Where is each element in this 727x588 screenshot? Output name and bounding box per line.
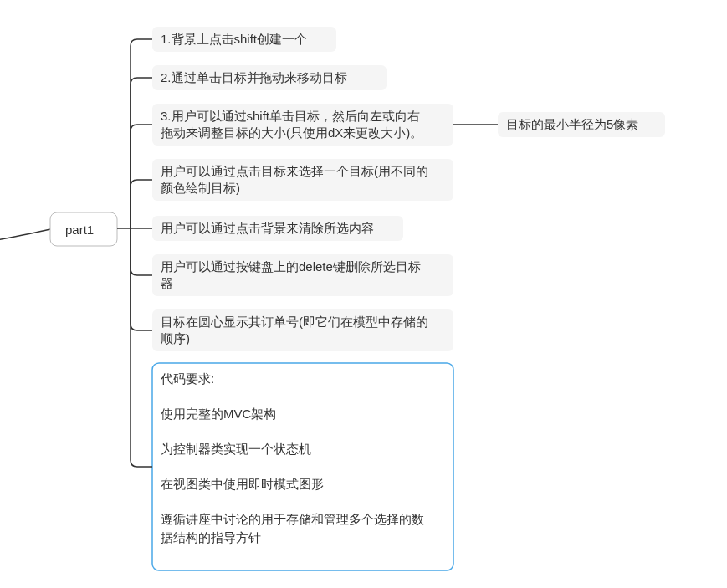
node-7[interactable]: 目标在圆心显示其订单号(即它们在模型中存储的 顺序) <box>152 309 453 351</box>
root-label: part1 <box>65 222 94 237</box>
node-8-line9: 遵循讲座中讨论的用于存储和管理多个选择的数 <box>161 512 424 526</box>
node-2[interactable]: 2.通过单击目标并拖动来移动目标 <box>152 65 387 90</box>
node-8-selected[interactable]: 代码要求: 使用完整的MVC架构 为控制器类实现一个状态机 在视图类中使用即时模… <box>152 363 453 570</box>
node-4[interactable]: 用户可以通过点击目标来选择一个目标(用不同的 颜色绘制目标) <box>152 159 453 201</box>
mindmap-canvas: part1 1.背景上点击shift创建一个 2.通过单击目标并拖动来移动目标 … <box>0 0 727 588</box>
root-node[interactable]: part1 <box>50 212 117 246</box>
node-3-child[interactable]: 目标的最小半径为5像素 <box>498 112 665 137</box>
node-7-line1: 目标在圆心显示其订单号(即它们在模型中存储的 <box>161 314 428 329</box>
node-4-line1: 用户可以通过点击目标来选择一个目标(用不同的 <box>161 164 428 178</box>
node-3-line1: 3.用户可以通过shift单击目标，然后向左或向右 <box>161 109 420 123</box>
node-8-line3: 使用完整的MVC架构 <box>161 406 276 421</box>
node-8-line1: 代码要求: <box>160 371 214 386</box>
node-6-line1: 用户可以通过按键盘上的delete键删除所选目标 <box>161 259 421 274</box>
node-4-line2: 颜色绘制目标) <box>161 181 240 195</box>
branches <box>131 39 152 467</box>
node-8-line7: 在视图类中使用即时模式图形 <box>161 477 324 491</box>
node-8-line10: 据结构的指导方针 <box>161 530 261 545</box>
root-incoming-branch <box>0 229 50 243</box>
node-1-text: 1.背景上点击shift创建一个 <box>161 32 307 46</box>
node-6[interactable]: 用户可以通过按键盘上的delete键删除所选目标 器 <box>152 254 453 296</box>
node-5-text: 用户可以通过点击背景来清除所选内容 <box>161 221 374 235</box>
node-5[interactable]: 用户可以通过点击背景来清除所选内容 <box>152 216 403 241</box>
node-1[interactable]: 1.背景上点击shift创建一个 <box>152 27 336 52</box>
node-7-line2: 顺序) <box>161 331 190 345</box>
node-2-text: 2.通过单击目标并拖动来移动目标 <box>161 70 347 84</box>
node-8-line5: 为控制器类实现一个状态机 <box>161 442 311 456</box>
node-3-child-text: 目标的最小半径为5像素 <box>506 117 638 131</box>
node-3-line2: 拖动来调整目标的大小(只使用dX来更改大小)。 <box>160 125 422 140</box>
node-6-line2: 器 <box>161 276 173 290</box>
node-3[interactable]: 3.用户可以通过shift单击目标，然后向左或向右 拖动来调整目标的大小(只使用… <box>152 104 453 146</box>
